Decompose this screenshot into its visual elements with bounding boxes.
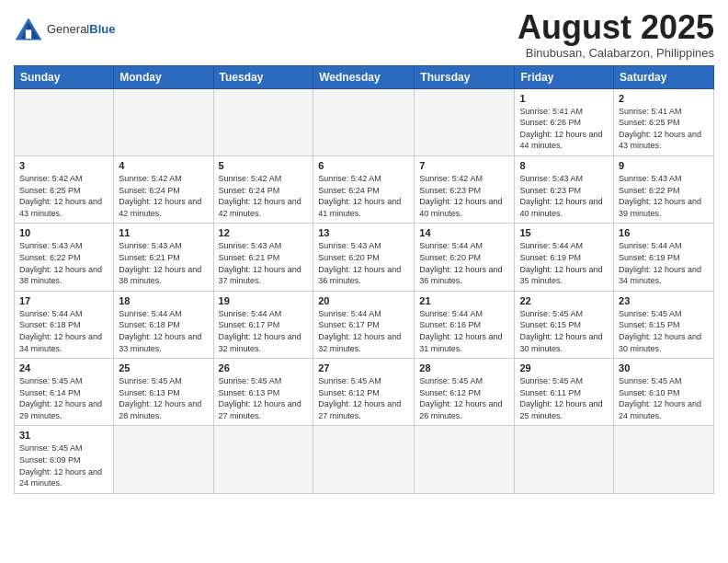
calendar-cell: 31Sunrise: 5:45 AM Sunset: 6:09 PM Dayli…: [15, 426, 114, 493]
calendar-cell: [313, 426, 415, 493]
day-number: 31: [19, 430, 108, 441]
day-number: 25: [119, 362, 208, 373]
day-info: Sunrise: 5:43 AM Sunset: 6:21 PM Dayligh…: [219, 240, 309, 286]
day-info: Sunrise: 5:44 AM Sunset: 6:19 PM Dayligh…: [519, 240, 609, 286]
day-info: Sunrise: 5:45 AM Sunset: 6:13 PM Dayligh…: [219, 375, 309, 421]
logo: GeneralBlue: [14, 17, 115, 42]
calendar-cell: 26Sunrise: 5:45 AM Sunset: 6:13 PM Dayli…: [213, 359, 313, 426]
calendar-cell: 5Sunrise: 5:42 AM Sunset: 6:24 PM Daylig…: [213, 155, 313, 223]
day-number: 12: [219, 227, 309, 238]
day-info: Sunrise: 5:42 AM Sunset: 6:24 PM Dayligh…: [219, 173, 309, 219]
calendar-cell: [213, 88, 313, 155]
day-number: 18: [119, 295, 208, 306]
day-info: Sunrise: 5:41 AM Sunset: 6:25 PM Dayligh…: [619, 106, 709, 152]
day-info: Sunrise: 5:42 AM Sunset: 6:23 PM Dayligh…: [419, 173, 509, 219]
day-number: 2: [619, 93, 709, 104]
day-info: Sunrise: 5:45 AM Sunset: 6:10 PM Dayligh…: [619, 375, 709, 421]
calendar-cell: 8Sunrise: 5:43 AM Sunset: 6:23 PM Daylig…: [515, 155, 614, 223]
day-number: 15: [519, 227, 609, 238]
day-number: 5: [219, 160, 309, 171]
day-number: 26: [219, 362, 309, 373]
day-info: Sunrise: 5:42 AM Sunset: 6:25 PM Dayligh…: [19, 173, 108, 219]
day-number: 24: [19, 362, 108, 373]
day-number: 6: [318, 160, 409, 171]
day-info: Sunrise: 5:45 AM Sunset: 6:12 PM Dayligh…: [318, 375, 409, 421]
day-info: Sunrise: 5:41 AM Sunset: 6:26 PM Dayligh…: [519, 106, 609, 152]
day-info: Sunrise: 5:43 AM Sunset: 6:20 PM Dayligh…: [318, 240, 409, 286]
logo-icon: [14, 17, 43, 42]
day-info: Sunrise: 5:43 AM Sunset: 6:22 PM Dayligh…: [619, 173, 709, 219]
calendar-cell: 21Sunrise: 5:44 AM Sunset: 6:16 PM Dayli…: [415, 291, 515, 358]
day-info: Sunrise: 5:43 AM Sunset: 6:23 PM Dayligh…: [519, 173, 609, 219]
day-info: Sunrise: 5:44 AM Sunset: 6:20 PM Dayligh…: [419, 240, 509, 286]
day-info: Sunrise: 5:44 AM Sunset: 6:18 PM Dayligh…: [119, 308, 208, 354]
day-info: Sunrise: 5:45 AM Sunset: 6:15 PM Dayligh…: [619, 308, 709, 354]
calendar-table: SundayMondayTuesdayWednesdayThursdayFrid…: [14, 65, 714, 494]
calendar-cell: [213, 426, 313, 493]
calendar-cell: 16Sunrise: 5:44 AM Sunset: 6:19 PM Dayli…: [614, 224, 714, 291]
calendar-cell: 4Sunrise: 5:42 AM Sunset: 6:24 PM Daylig…: [114, 155, 213, 223]
calendar-cell: 11Sunrise: 5:43 AM Sunset: 6:21 PM Dayli…: [114, 224, 213, 291]
day-number: 29: [519, 362, 609, 373]
weekday-header-thursday: Thursday: [415, 65, 515, 88]
day-number: 20: [318, 295, 409, 306]
day-number: 14: [419, 227, 509, 238]
day-number: 27: [318, 362, 409, 373]
weekday-header-tuesday: Tuesday: [213, 65, 313, 88]
calendar-cell: 22Sunrise: 5:45 AM Sunset: 6:15 PM Dayli…: [515, 291, 614, 358]
calendar-week-row: 24Sunrise: 5:45 AM Sunset: 6:14 PM Dayli…: [15, 359, 714, 426]
calendar-cell: 2Sunrise: 5:41 AM Sunset: 6:25 PM Daylig…: [614, 88, 714, 155]
calendar-cell: 14Sunrise: 5:44 AM Sunset: 6:20 PM Dayli…: [415, 224, 515, 291]
calendar-cell: [415, 88, 515, 155]
calendar-cell: 28Sunrise: 5:45 AM Sunset: 6:12 PM Dayli…: [415, 359, 515, 426]
calendar-cell: 12Sunrise: 5:43 AM Sunset: 6:21 PM Dayli…: [213, 224, 313, 291]
day-info: Sunrise: 5:45 AM Sunset: 6:11 PM Dayligh…: [519, 375, 609, 421]
day-info: Sunrise: 5:44 AM Sunset: 6:17 PM Dayligh…: [219, 308, 309, 354]
calendar-header-row: SundayMondayTuesdayWednesdayThursdayFrid…: [15, 65, 714, 88]
calendar-cell: 30Sunrise: 5:45 AM Sunset: 6:10 PM Dayli…: [614, 359, 714, 426]
calendar-cell: [114, 88, 213, 155]
calendar-cell: 24Sunrise: 5:45 AM Sunset: 6:14 PM Dayli…: [15, 359, 114, 426]
calendar-cell: 27Sunrise: 5:45 AM Sunset: 6:12 PM Dayli…: [313, 359, 415, 426]
calendar-week-row: 10Sunrise: 5:43 AM Sunset: 6:22 PM Dayli…: [15, 224, 714, 291]
calendar-cell: 3Sunrise: 5:42 AM Sunset: 6:25 PM Daylig…: [15, 155, 114, 223]
day-info: Sunrise: 5:45 AM Sunset: 6:15 PM Dayligh…: [519, 308, 609, 354]
day-number: 11: [119, 227, 208, 238]
day-info: Sunrise: 5:42 AM Sunset: 6:24 PM Dayligh…: [119, 173, 208, 219]
day-info: Sunrise: 5:44 AM Sunset: 6:18 PM Dayligh…: [19, 308, 108, 354]
calendar-cell: [114, 426, 213, 493]
calendar-cell: [15, 88, 114, 155]
day-number: 21: [419, 295, 509, 306]
day-number: 13: [318, 227, 409, 238]
day-number: 7: [419, 160, 509, 171]
calendar-cell: 18Sunrise: 5:44 AM Sunset: 6:18 PM Dayli…: [114, 291, 213, 358]
weekday-header-friday: Friday: [515, 65, 614, 88]
calendar-week-row: 3Sunrise: 5:42 AM Sunset: 6:25 PM Daylig…: [15, 155, 714, 223]
calendar-cell: 1Sunrise: 5:41 AM Sunset: 6:26 PM Daylig…: [515, 88, 614, 155]
day-number: 9: [619, 160, 709, 171]
day-number: 3: [19, 160, 108, 171]
day-number: 22: [519, 295, 609, 306]
calendar-week-row: 1Sunrise: 5:41 AM Sunset: 6:26 PM Daylig…: [15, 88, 714, 155]
calendar-cell: 10Sunrise: 5:43 AM Sunset: 6:22 PM Dayli…: [15, 224, 114, 291]
calendar-week-row: 17Sunrise: 5:44 AM Sunset: 6:18 PM Dayli…: [15, 291, 714, 358]
calendar-cell: 19Sunrise: 5:44 AM Sunset: 6:17 PM Dayli…: [213, 291, 313, 358]
day-info: Sunrise: 5:45 AM Sunset: 6:12 PM Dayligh…: [419, 375, 509, 421]
logo-text: GeneralBlue: [47, 23, 115, 36]
day-info: Sunrise: 5:44 AM Sunset: 6:19 PM Dayligh…: [619, 240, 709, 286]
calendar-cell: 7Sunrise: 5:42 AM Sunset: 6:23 PM Daylig…: [415, 155, 515, 223]
calendar-cell: 25Sunrise: 5:45 AM Sunset: 6:13 PM Dayli…: [114, 359, 213, 426]
day-number: 4: [119, 160, 208, 171]
day-info: Sunrise: 5:44 AM Sunset: 6:17 PM Dayligh…: [318, 308, 409, 354]
day-number: 30: [619, 362, 709, 373]
weekday-header-wednesday: Wednesday: [313, 65, 415, 88]
day-number: 10: [19, 227, 108, 238]
calendar-cell: [313, 88, 415, 155]
day-info: Sunrise: 5:45 AM Sunset: 6:09 PM Dayligh…: [19, 442, 108, 488]
calendar-cell: 23Sunrise: 5:45 AM Sunset: 6:15 PM Dayli…: [614, 291, 714, 358]
calendar-cell: [415, 426, 515, 493]
calendar-cell: 9Sunrise: 5:43 AM Sunset: 6:22 PM Daylig…: [614, 155, 714, 223]
day-number: 28: [419, 362, 509, 373]
calendar-week-row: 31Sunrise: 5:45 AM Sunset: 6:09 PM Dayli…: [15, 426, 714, 493]
day-number: 1: [519, 93, 609, 104]
